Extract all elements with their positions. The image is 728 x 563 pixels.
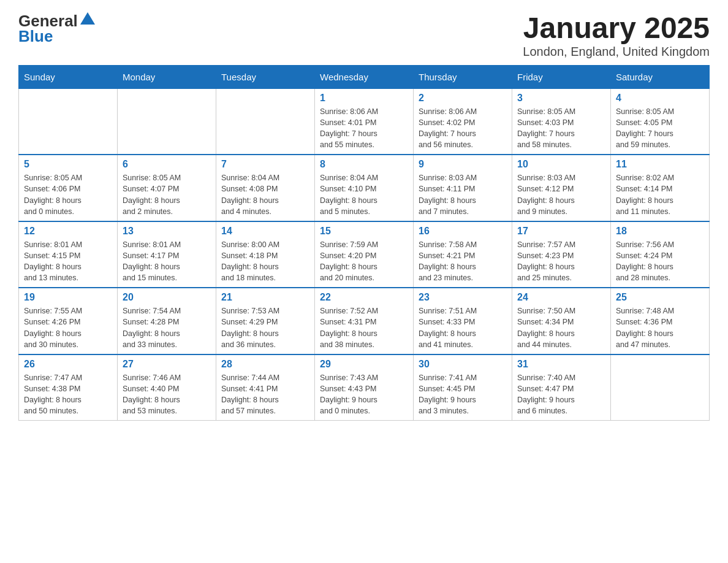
header-monday: Monday: [118, 65, 216, 88]
day-number: 14: [221, 226, 309, 237]
calendar-week-row: 1Sunrise: 8:06 AM Sunset: 4:01 PM Daylig…: [19, 88, 710, 155]
day-number: 11: [616, 159, 704, 170]
title-block: January 2025 London, England, United Kin…: [523, 12, 710, 59]
day-number: 17: [517, 226, 605, 237]
day-number: 28: [221, 359, 309, 370]
table-row: 30Sunrise: 7:41 AM Sunset: 4:45 PM Dayli…: [414, 354, 512, 421]
day-number: 31: [517, 359, 605, 370]
table-row: 18Sunrise: 7:56 AM Sunset: 4:24 PM Dayli…: [611, 221, 710, 288]
svg-marker-0: [80, 12, 95, 25]
day-info: Sunrise: 7:46 AM Sunset: 4:40 PM Dayligh…: [123, 372, 211, 417]
day-number: 29: [320, 359, 408, 370]
day-number: 24: [517, 292, 605, 303]
day-number: 5: [24, 159, 112, 170]
day-info: Sunrise: 7:51 AM Sunset: 4:33 PM Dayligh…: [419, 305, 507, 350]
table-row: [216, 88, 315, 155]
day-info: Sunrise: 7:47 AM Sunset: 4:38 PM Dayligh…: [24, 372, 112, 417]
table-row: 29Sunrise: 7:43 AM Sunset: 4:43 PM Dayli…: [315, 354, 414, 421]
table-row: 22Sunrise: 7:52 AM Sunset: 4:31 PM Dayli…: [315, 288, 414, 354]
header-sunday: Sunday: [19, 65, 118, 88]
day-info: Sunrise: 8:04 AM Sunset: 4:10 PM Dayligh…: [320, 172, 408, 217]
day-info: Sunrise: 7:48 AM Sunset: 4:36 PM Dayligh…: [616, 305, 704, 350]
day-number: 13: [123, 226, 211, 237]
logo-blue: Blue: [18, 28, 53, 45]
day-number: 15: [320, 226, 408, 237]
day-info: Sunrise: 7:52 AM Sunset: 4:31 PM Dayligh…: [320, 305, 408, 350]
table-row: 8Sunrise: 8:04 AM Sunset: 4:10 PM Daylig…: [315, 155, 414, 221]
table-row: 24Sunrise: 7:50 AM Sunset: 4:34 PM Dayli…: [512, 288, 611, 354]
table-row: 3Sunrise: 8:05 AM Sunset: 4:03 PM Daylig…: [512, 88, 611, 155]
day-number: 16: [419, 226, 507, 237]
day-number: 4: [616, 93, 704, 104]
day-info: Sunrise: 8:00 AM Sunset: 4:18 PM Dayligh…: [221, 239, 309, 284]
table-row: 17Sunrise: 7:57 AM Sunset: 4:23 PM Dayli…: [512, 221, 611, 288]
logo: General Blue: [18, 12, 96, 45]
calendar-week-row: 12Sunrise: 8:01 AM Sunset: 4:15 PM Dayli…: [19, 221, 710, 288]
header-wednesday: Wednesday: [315, 65, 414, 88]
day-number: 22: [320, 292, 408, 303]
day-number: 9: [419, 159, 507, 170]
day-info: Sunrise: 7:54 AM Sunset: 4:28 PM Dayligh…: [123, 305, 211, 350]
day-info: Sunrise: 7:58 AM Sunset: 4:21 PM Dayligh…: [419, 239, 507, 284]
day-info: Sunrise: 7:55 AM Sunset: 4:26 PM Dayligh…: [24, 305, 112, 350]
day-info: Sunrise: 7:53 AM Sunset: 4:29 PM Dayligh…: [221, 305, 309, 350]
day-number: 23: [419, 292, 507, 303]
day-info: Sunrise: 8:03 AM Sunset: 4:12 PM Dayligh…: [517, 172, 605, 217]
day-info: Sunrise: 7:43 AM Sunset: 4:43 PM Dayligh…: [320, 372, 408, 417]
day-number: 3: [517, 93, 605, 104]
day-info: Sunrise: 8:05 AM Sunset: 4:03 PM Dayligh…: [517, 106, 605, 151]
day-info: Sunrise: 8:06 AM Sunset: 4:02 PM Dayligh…: [419, 106, 507, 151]
table-row: 16Sunrise: 7:58 AM Sunset: 4:21 PM Dayli…: [414, 221, 512, 288]
day-number: 7: [221, 159, 309, 170]
day-number: 6: [123, 159, 211, 170]
day-number: 18: [616, 226, 704, 237]
page-subtitle: London, England, United Kingdom: [523, 45, 710, 59]
calendar-week-row: 26Sunrise: 7:47 AM Sunset: 4:38 PM Dayli…: [19, 354, 710, 421]
day-info: Sunrise: 8:05 AM Sunset: 4:06 PM Dayligh…: [24, 172, 112, 217]
calendar-header-row: Sunday Monday Tuesday Wednesday Thursday…: [19, 65, 710, 88]
table-row: 7Sunrise: 8:04 AM Sunset: 4:08 PM Daylig…: [216, 155, 315, 221]
calendar-week-row: 5Sunrise: 8:05 AM Sunset: 4:06 PM Daylig…: [19, 155, 710, 221]
day-number: 1: [320, 93, 408, 104]
day-info: Sunrise: 8:05 AM Sunset: 4:05 PM Dayligh…: [616, 106, 704, 151]
day-info: Sunrise: 7:57 AM Sunset: 4:23 PM Dayligh…: [517, 239, 605, 284]
header-friday: Friday: [512, 65, 611, 88]
table-row: 4Sunrise: 8:05 AM Sunset: 4:05 PM Daylig…: [611, 88, 710, 155]
table-row: 6Sunrise: 8:05 AM Sunset: 4:07 PM Daylig…: [118, 155, 216, 221]
table-row: 27Sunrise: 7:46 AM Sunset: 4:40 PM Dayli…: [118, 354, 216, 421]
day-info: Sunrise: 7:44 AM Sunset: 4:41 PM Dayligh…: [221, 372, 309, 417]
day-number: 21: [221, 292, 309, 303]
day-info: Sunrise: 7:40 AM Sunset: 4:47 PM Dayligh…: [517, 372, 605, 417]
calendar-table: Sunday Monday Tuesday Wednesday Thursday…: [18, 65, 710, 421]
table-row: 11Sunrise: 8:02 AM Sunset: 4:14 PM Dayli…: [611, 155, 710, 221]
day-number: 2: [419, 93, 507, 104]
day-number: 10: [517, 159, 605, 170]
table-row: 2Sunrise: 8:06 AM Sunset: 4:02 PM Daylig…: [414, 88, 512, 155]
header-tuesday: Tuesday: [216, 65, 315, 88]
table-row: 5Sunrise: 8:05 AM Sunset: 4:06 PM Daylig…: [19, 155, 118, 221]
day-info: Sunrise: 8:05 AM Sunset: 4:07 PM Dayligh…: [123, 172, 211, 217]
day-number: 25: [616, 292, 704, 303]
day-number: 27: [123, 359, 211, 370]
day-number: 30: [419, 359, 507, 370]
day-info: Sunrise: 8:04 AM Sunset: 4:08 PM Dayligh…: [221, 172, 309, 217]
table-row: 1Sunrise: 8:06 AM Sunset: 4:01 PM Daylig…: [315, 88, 414, 155]
day-number: 19: [24, 292, 112, 303]
table-row: 15Sunrise: 7:59 AM Sunset: 4:20 PM Dayli…: [315, 221, 414, 288]
logo-triangle-icon: [79, 11, 96, 28]
table-row: 31Sunrise: 7:40 AM Sunset: 4:47 PM Dayli…: [512, 354, 611, 421]
day-info: Sunrise: 8:01 AM Sunset: 4:17 PM Dayligh…: [123, 239, 211, 284]
table-row: 12Sunrise: 8:01 AM Sunset: 4:15 PM Dayli…: [19, 221, 118, 288]
day-info: Sunrise: 8:01 AM Sunset: 4:15 PM Dayligh…: [24, 239, 112, 284]
day-info: Sunrise: 7:50 AM Sunset: 4:34 PM Dayligh…: [517, 305, 605, 350]
calendar-week-row: 19Sunrise: 7:55 AM Sunset: 4:26 PM Dayli…: [19, 288, 710, 354]
day-info: Sunrise: 7:41 AM Sunset: 4:45 PM Dayligh…: [419, 372, 507, 417]
day-info: Sunrise: 7:59 AM Sunset: 4:20 PM Dayligh…: [320, 239, 408, 284]
table-row: 23Sunrise: 7:51 AM Sunset: 4:33 PM Dayli…: [414, 288, 512, 354]
table-row: 28Sunrise: 7:44 AM Sunset: 4:41 PM Dayli…: [216, 354, 315, 421]
day-number: 8: [320, 159, 408, 170]
day-info: Sunrise: 8:02 AM Sunset: 4:14 PM Dayligh…: [616, 172, 704, 217]
page-header: General Blue January 2025 London, Englan…: [18, 12, 710, 59]
day-info: Sunrise: 8:06 AM Sunset: 4:01 PM Dayligh…: [320, 106, 408, 151]
table-row: 26Sunrise: 7:47 AM Sunset: 4:38 PM Dayli…: [19, 354, 118, 421]
